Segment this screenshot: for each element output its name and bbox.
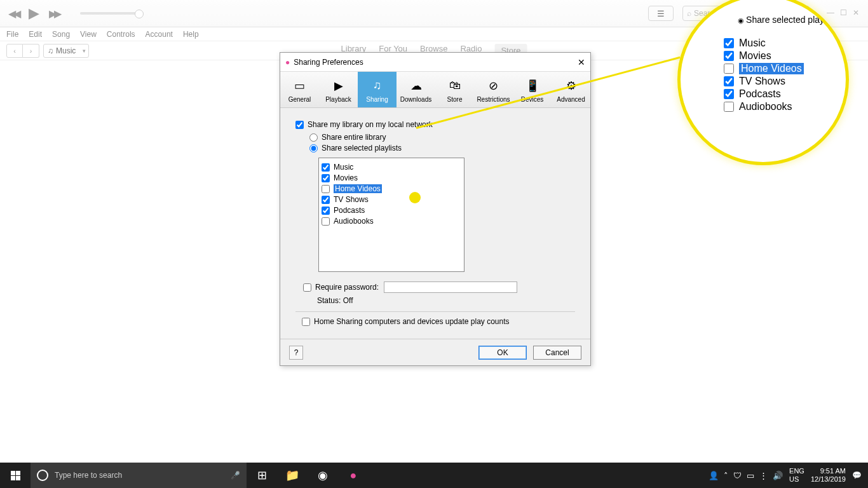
playlist-item-podcasts[interactable]: Podcasts	[724, 88, 834, 100]
taskbar-search[interactable]: Type here to search 🎤	[31, 463, 247, 488]
playlist-item-movies[interactable]: Movies	[724, 50, 834, 62]
general-icon: ▭	[291, 77, 309, 95]
downloads-icon: ☁	[407, 77, 425, 95]
help-button[interactable]: ?	[289, 346, 303, 360]
require-password-checkbox[interactable]: Require password:	[303, 283, 379, 292]
store-icon: 🛍	[446, 77, 464, 95]
cortana-icon	[37, 470, 48, 481]
sharing-status: Status: Off	[317, 296, 575, 305]
taskbar-clock[interactable]: 9:51 AM 12/13/2019	[811, 467, 846, 484]
mic-icon[interactable]: 🎤	[231, 471, 240, 480]
restrictions-icon: ⊘	[485, 77, 503, 95]
pref-tab-general[interactable]: ▭General	[280, 72, 319, 107]
windows-logo-icon	[11, 471, 20, 480]
windows-taskbar: Type here to search 🎤 ⊞ 📁 ◉ ● 👤 ˄ 🛡 ▭ ⋮ …	[0, 463, 868, 488]
tray-chevron-up-icon[interactable]: ˄	[724, 471, 728, 480]
playlist-item-movies[interactable]: Movies	[322, 173, 461, 182]
cancel-button[interactable]: Cancel	[533, 346, 581, 360]
pref-tab-store[interactable]: 🛍Store	[435, 72, 474, 107]
itunes-icon: ●	[285, 58, 290, 67]
ok-button[interactable]: OK	[478, 346, 527, 360]
playlist-item-tv-shows[interactable]: TV Shows	[322, 195, 461, 204]
security-icon[interactable]: 🛡	[733, 471, 742, 480]
callout-pointer-dot	[409, 192, 421, 203]
playlist-item-home-videos[interactable]: Home Videos	[724, 63, 834, 74]
callout-title: Share selected play	[738, 15, 824, 25]
sharing-preferences-dialog: ● Sharing Preferences ✕ ▭General▶Playbac…	[280, 52, 591, 366]
playlist-item-audiobooks[interactable]: Audiobooks	[322, 217, 461, 226]
task-view-button[interactable]: ⊞	[247, 463, 277, 488]
pref-tab-playback[interactable]: ▶Playback	[319, 72, 358, 107]
playback-icon: ▶	[330, 77, 348, 95]
home-sharing-checkbox[interactable]: Home Sharing computers and devices updat…	[302, 317, 575, 326]
pref-tab-downloads[interactable]: ☁Downloads	[397, 72, 435, 107]
system-tray[interactable]: 👤 ˄ 🛡 ▭ ⋮ 🔊	[709, 471, 783, 480]
taskbar-itunes[interactable]: ●	[338, 463, 369, 488]
dialog-close-button[interactable]: ✕	[578, 57, 585, 67]
pref-tab-devices[interactable]: 📱Devices	[513, 72, 552, 107]
start-button[interactable]	[0, 463, 31, 488]
wifi-icon[interactable]: ⋮	[759, 471, 768, 480]
share-entire-radio[interactable]: Share entire library	[309, 133, 575, 142]
playlist-item-tv-shows[interactable]: TV Shows	[724, 76, 834, 87]
callout-magnifier: Share selected play MusicMoviesHome Vide…	[677, 0, 849, 165]
taskbar-chrome[interactable]: ◉	[308, 463, 338, 488]
tray-locale[interactable]: US	[789, 475, 804, 484]
battery-icon[interactable]: ▭	[747, 471, 754, 480]
taskbar-search-placeholder: Type here to search	[55, 471, 122, 480]
volume-icon[interactable]: 🔊	[773, 471, 783, 480]
password-field[interactable]	[384, 281, 517, 293]
sharing-icon: ♫	[369, 77, 386, 95]
people-icon[interactable]: 👤	[709, 471, 719, 480]
playlist-item-podcasts[interactable]: Podcasts	[322, 206, 461, 215]
tray-lang[interactable]: ENG	[789, 467, 804, 475]
playlist-item-home-videos[interactable]: Home Videos	[322, 184, 461, 193]
dialog-title: Sharing Preferences	[294, 58, 363, 67]
taskbar-explorer[interactable]: 📁	[277, 463, 308, 488]
pref-tab-sharing[interactable]: ♫Sharing	[358, 72, 397, 107]
playlist-item-music[interactable]: Music	[322, 163, 461, 172]
playlists-listbox[interactable]: MusicMoviesHome VideosTV ShowsPodcastsAu…	[318, 158, 465, 272]
share-selected-radio[interactable]: Share selected playlists	[309, 144, 575, 152]
playlist-item-music[interactable]: Music	[724, 37, 834, 49]
notifications-icon[interactable]: 💬	[852, 471, 862, 480]
playlist-item-audiobooks[interactable]: Audiobooks	[724, 101, 834, 112]
devices-icon: 📱	[524, 77, 541, 95]
